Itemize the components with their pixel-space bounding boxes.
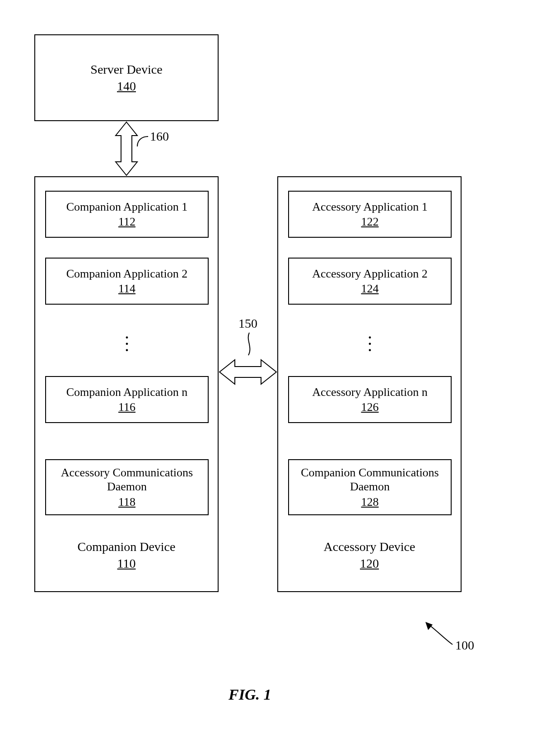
companion-app-1-ref: 112	[118, 215, 135, 229]
companion-app-2: Companion Application 2 114	[45, 258, 209, 305]
arrow-devices	[219, 355, 277, 389]
companion-daemon-ref: 118	[118, 495, 135, 509]
accessory-app-1-ref: 122	[361, 215, 379, 229]
server-ref: 140	[117, 78, 136, 94]
companion-app-1: Companion Application 1 112	[45, 191, 209, 238]
accessory-device-ref: 120	[360, 555, 379, 571]
companion-app-n: Companion Application n 116	[45, 376, 209, 423]
companion-daemon-title2: Daemon	[107, 480, 147, 494]
companion-device-box: Companion Application 1 112 Companion Ap…	[34, 176, 219, 592]
label-150: 150	[238, 316, 257, 331]
accessory-app-1: Accessory Application 1 122	[288, 191, 452, 238]
accessory-app-n-ref: 126	[361, 400, 379, 414]
companion-device-name: Companion Device	[35, 539, 218, 555]
companion-app-1-title: Companion Application 1	[66, 200, 188, 214]
companion-daemon-title1: Accessory Communications	[61, 466, 193, 480]
diagram-page: Server Device 140 Companion Application …	[0, 0, 560, 734]
hook-160	[136, 134, 150, 148]
accessory-app-2-title: Accessory Application 2	[312, 267, 428, 281]
accessory-daemon-title2: Daemon	[350, 480, 390, 494]
companion-app-2-ref: 114	[118, 282, 135, 296]
companion-app-n-ref: 116	[118, 400, 135, 414]
svg-marker-0	[116, 122, 137, 175]
arrow-server-companion	[108, 121, 145, 176]
accessory-app-n: Accessory Application n 126	[288, 376, 452, 423]
arrow-100	[423, 622, 454, 646]
companion-app-n-title: Companion Application n	[66, 385, 188, 399]
accessory-device-box: Accessory Application 1 122 Accessory Ap…	[277, 176, 462, 592]
accessory-daemon: Companion Communications Daemon 128	[288, 459, 452, 515]
server-box: Server Device 140	[34, 34, 219, 121]
svg-marker-1	[219, 360, 276, 384]
figure-label: FIG. 1	[229, 686, 271, 703]
accessory-daemon-ref: 128	[361, 495, 379, 509]
accessory-app-1-title: Accessory Application 1	[312, 200, 428, 214]
companion-daemon: Accessory Communications Daemon 118	[45, 459, 209, 515]
accessory-ellipsis: ...	[368, 330, 372, 349]
label-160: 160	[150, 129, 169, 144]
server-title: Server Device	[90, 61, 162, 77]
companion-device-label: Companion Device 110	[35, 539, 218, 571]
accessory-daemon-title1: Companion Communications	[301, 466, 439, 480]
label-100: 100	[455, 638, 474, 653]
companion-ellipsis: ...	[125, 330, 129, 349]
accessory-app-n-title: Accessory Application n	[312, 385, 428, 399]
companion-device-ref: 110	[117, 555, 136, 571]
accessory-app-2-ref: 124	[361, 282, 379, 296]
svg-marker-2	[425, 622, 433, 630]
companion-app-2-title: Companion Application 2	[66, 267, 188, 281]
leader-150	[244, 332, 255, 356]
accessory-app-2: Accessory Application 2 124	[288, 258, 452, 305]
accessory-device-label: Accessory Device 120	[278, 539, 461, 571]
accessory-device-name: Accessory Device	[278, 539, 461, 555]
